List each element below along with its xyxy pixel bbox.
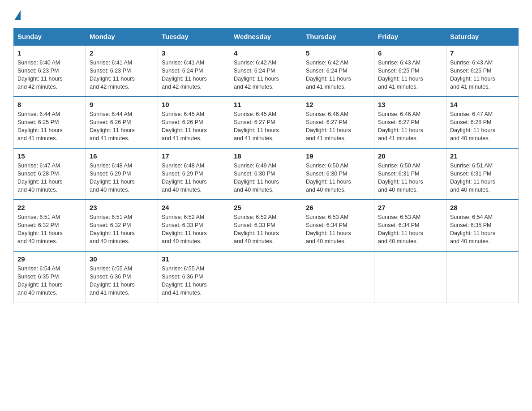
calendar-day-cell	[230, 251, 302, 303]
calendar-day-cell: 26 Sunrise: 6:53 AMSunset: 6:34 PMDaylig…	[302, 200, 374, 251]
day-number: 7	[450, 49, 515, 57]
calendar-day-cell: 19 Sunrise: 6:50 AMSunset: 6:30 PMDaylig…	[302, 148, 374, 200]
day-info: Sunrise: 6:51 AMSunset: 6:31 PMDaylight:…	[450, 163, 495, 193]
calendar-day-cell: 11 Sunrise: 6:45 AMSunset: 6:27 PMDaylig…	[230, 97, 302, 148]
day-number: 16	[90, 152, 154, 160]
day-number: 10	[162, 101, 226, 108]
calendar-day-cell: 27 Sunrise: 6:53 AMSunset: 6:34 PMDaylig…	[374, 200, 446, 251]
day-info: Sunrise: 6:41 AMSunset: 6:23 PMDaylight:…	[90, 60, 135, 90]
day-number: 4	[234, 49, 298, 57]
day-number: 1	[17, 49, 82, 57]
calendar-day-cell: 1 Sunrise: 6:40 AMSunset: 6:23 PMDayligh…	[14, 45, 86, 97]
day-number: 14	[450, 101, 515, 108]
calendar-day-cell: 12 Sunrise: 6:46 AMSunset: 6:27 PMDaylig…	[302, 97, 374, 148]
calendar-day-cell	[446, 251, 519, 303]
day-info: Sunrise: 6:55 AMSunset: 6:36 PMDaylight:…	[90, 265, 135, 296]
day-info: Sunrise: 6:51 AMSunset: 6:32 PMDaylight:…	[90, 214, 135, 244]
day-number: 8	[17, 101, 82, 108]
day-number: 30	[90, 255, 154, 263]
calendar-table: SundayMondayTuesdayWednesdayThursdayFrid…	[13, 28, 519, 303]
day-of-week-header: Friday	[374, 28, 446, 46]
day-info: Sunrise: 6:52 AMSunset: 6:33 PMDaylight:…	[234, 214, 279, 244]
calendar-day-cell: 8 Sunrise: 6:44 AMSunset: 6:25 PMDayligh…	[14, 97, 86, 148]
calendar-day-cell: 17 Sunrise: 6:48 AMSunset: 6:29 PMDaylig…	[158, 148, 230, 200]
day-info: Sunrise: 6:46 AMSunset: 6:27 PMDaylight:…	[378, 111, 423, 141]
day-of-week-header: Tuesday	[158, 28, 230, 46]
calendar-day-cell: 20 Sunrise: 6:50 AMSunset: 6:31 PMDaylig…	[374, 148, 446, 200]
day-info: Sunrise: 6:46 AMSunset: 6:27 PMDaylight:…	[306, 111, 351, 141]
day-number: 6	[378, 49, 442, 57]
logo-triangle-icon	[14, 10, 21, 20]
day-number: 26	[306, 204, 370, 211]
calendar-day-cell	[302, 251, 374, 303]
day-number: 20	[378, 152, 442, 160]
calendar-week-row: 1 Sunrise: 6:40 AMSunset: 6:23 PMDayligh…	[14, 45, 519, 97]
day-info: Sunrise: 6:50 AMSunset: 6:31 PMDaylight:…	[378, 163, 423, 193]
day-info: Sunrise: 6:49 AMSunset: 6:30 PMDaylight:…	[234, 163, 279, 193]
calendar-week-row: 15 Sunrise: 6:47 AMSunset: 6:28 PMDaylig…	[14, 148, 519, 200]
day-of-week-header: Wednesday	[230, 28, 302, 46]
calendar-day-cell: 31 Sunrise: 6:55 AMSunset: 6:36 PMDaylig…	[158, 251, 230, 303]
day-info: Sunrise: 6:51 AMSunset: 6:32 PMDaylight:…	[17, 214, 63, 244]
day-number: 23	[90, 204, 154, 211]
day-number: 22	[17, 204, 82, 211]
calendar-day-cell	[374, 251, 446, 303]
calendar-header-row: SundayMondayTuesdayWednesdayThursdayFrid…	[14, 28, 519, 46]
day-info: Sunrise: 6:47 AMSunset: 6:28 PMDaylight:…	[450, 111, 495, 141]
day-info: Sunrise: 6:43 AMSunset: 6:25 PMDaylight:…	[378, 60, 423, 90]
day-of-week-header: Saturday	[446, 28, 519, 46]
page-header	[13, 9, 519, 19]
calendar-day-cell: 16 Sunrise: 6:48 AMSunset: 6:29 PMDaylig…	[86, 148, 158, 200]
calendar-day-cell: 5 Sunrise: 6:42 AMSunset: 6:24 PMDayligh…	[302, 45, 374, 97]
calendar-day-cell: 15 Sunrise: 6:47 AMSunset: 6:28 PMDaylig…	[14, 148, 86, 200]
calendar-day-cell: 6 Sunrise: 6:43 AMSunset: 6:25 PMDayligh…	[374, 45, 446, 97]
logo	[13, 9, 21, 19]
day-info: Sunrise: 6:44 AMSunset: 6:26 PMDaylight:…	[90, 111, 135, 141]
day-info: Sunrise: 6:45 AMSunset: 6:26 PMDaylight:…	[162, 111, 207, 141]
day-of-week-header: Sunday	[14, 28, 86, 46]
day-info: Sunrise: 6:52 AMSunset: 6:33 PMDaylight:…	[162, 214, 207, 244]
calendar-day-cell: 21 Sunrise: 6:51 AMSunset: 6:31 PMDaylig…	[446, 148, 519, 200]
day-info: Sunrise: 6:45 AMSunset: 6:27 PMDaylight:…	[234, 111, 279, 141]
calendar-day-cell: 23 Sunrise: 6:51 AMSunset: 6:32 PMDaylig…	[86, 200, 158, 251]
day-number: 11	[234, 101, 298, 108]
calendar-day-cell: 30 Sunrise: 6:55 AMSunset: 6:36 PMDaylig…	[86, 251, 158, 303]
day-number: 24	[162, 204, 226, 211]
day-info: Sunrise: 6:43 AMSunset: 6:25 PMDaylight:…	[450, 60, 495, 90]
day-number: 2	[90, 49, 154, 57]
day-info: Sunrise: 6:44 AMSunset: 6:25 PMDaylight:…	[17, 111, 63, 141]
calendar-day-cell: 29 Sunrise: 6:54 AMSunset: 6:35 PMDaylig…	[14, 251, 86, 303]
day-number: 28	[450, 204, 515, 211]
day-info: Sunrise: 6:42 AMSunset: 6:24 PMDaylight:…	[234, 60, 279, 90]
day-number: 9	[90, 101, 154, 108]
day-info: Sunrise: 6:47 AMSunset: 6:28 PMDaylight:…	[17, 163, 63, 193]
day-number: 31	[162, 255, 226, 263]
day-of-week-header: Thursday	[302, 28, 374, 46]
day-number: 12	[306, 101, 370, 108]
day-number: 25	[234, 204, 298, 211]
day-number: 27	[378, 204, 442, 211]
day-info: Sunrise: 6:55 AMSunset: 6:36 PMDaylight:…	[162, 265, 207, 296]
calendar-day-cell: 25 Sunrise: 6:52 AMSunset: 6:33 PMDaylig…	[230, 200, 302, 251]
calendar-week-row: 8 Sunrise: 6:44 AMSunset: 6:25 PMDayligh…	[14, 97, 519, 148]
calendar-day-cell: 28 Sunrise: 6:54 AMSunset: 6:35 PMDaylig…	[446, 200, 519, 251]
calendar-day-cell: 13 Sunrise: 6:46 AMSunset: 6:27 PMDaylig…	[374, 97, 446, 148]
calendar-day-cell: 3 Sunrise: 6:41 AMSunset: 6:24 PMDayligh…	[158, 45, 230, 97]
day-info: Sunrise: 6:40 AMSunset: 6:23 PMDaylight:…	[17, 60, 63, 90]
calendar-day-cell: 18 Sunrise: 6:49 AMSunset: 6:30 PMDaylig…	[230, 148, 302, 200]
day-info: Sunrise: 6:48 AMSunset: 6:29 PMDaylight:…	[90, 163, 135, 193]
calendar-day-cell: 2 Sunrise: 6:41 AMSunset: 6:23 PMDayligh…	[86, 45, 158, 97]
day-info: Sunrise: 6:42 AMSunset: 6:24 PMDaylight:…	[306, 60, 351, 90]
day-info: Sunrise: 6:54 AMSunset: 6:35 PMDaylight:…	[17, 265, 63, 296]
day-number: 13	[378, 101, 442, 108]
calendar-day-cell: 14 Sunrise: 6:47 AMSunset: 6:28 PMDaylig…	[446, 97, 519, 148]
day-number: 19	[306, 152, 370, 160]
day-number: 29	[17, 255, 82, 263]
day-info: Sunrise: 6:48 AMSunset: 6:29 PMDaylight:…	[162, 163, 207, 193]
day-info: Sunrise: 6:41 AMSunset: 6:24 PMDaylight:…	[162, 60, 207, 90]
calendar-day-cell: 7 Sunrise: 6:43 AMSunset: 6:25 PMDayligh…	[446, 45, 519, 97]
calendar-day-cell: 9 Sunrise: 6:44 AMSunset: 6:26 PMDayligh…	[86, 97, 158, 148]
day-number: 21	[450, 152, 515, 160]
day-info: Sunrise: 6:53 AMSunset: 6:34 PMDaylight:…	[378, 214, 423, 244]
calendar-week-row: 29 Sunrise: 6:54 AMSunset: 6:35 PMDaylig…	[14, 251, 519, 303]
